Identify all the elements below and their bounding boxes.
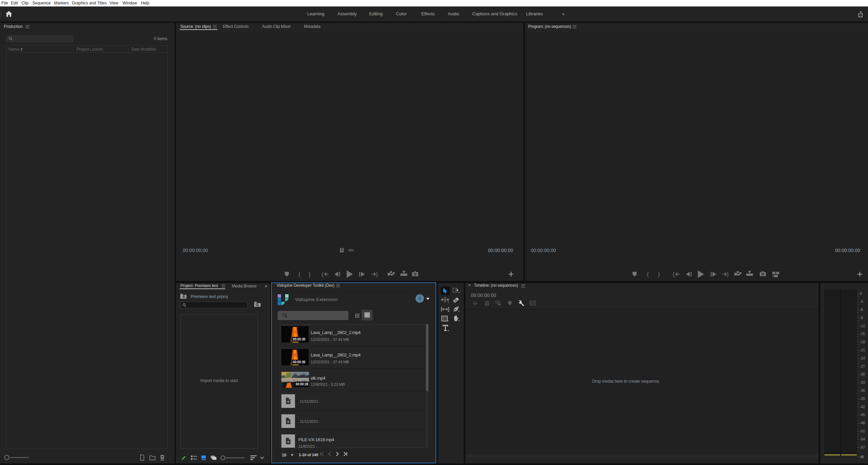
svg-text:-15: -15: [860, 332, 865, 336]
svg-text:{: {: [673, 271, 675, 278]
svg-text:-51: -51: [860, 429, 865, 433]
svg-text:-6: -6: [860, 308, 863, 312]
svg-text:-3: -3: [860, 299, 863, 303]
svg-text:{: {: [647, 271, 649, 278]
svg-text:00:00:30: 00:00:30: [293, 360, 306, 364]
svg-text:{: {: [298, 271, 300, 278]
svg-text:-21: -21: [860, 348, 865, 352]
svg-text:0: 0: [860, 292, 862, 296]
svg-text:-57: -57: [860, 445, 865, 449]
svg-text:-48: -48: [860, 421, 865, 425]
svg-text:-12: -12: [860, 324, 865, 328]
svg-text:-54: -54: [860, 437, 865, 441]
svg-text:}: }: [658, 271, 660, 278]
svg-text:-39: -39: [860, 397, 865, 401]
svg-text:}: }: [309, 271, 311, 278]
svg-text:-18: -18: [860, 340, 865, 344]
svg-text:dB: dB: [860, 455, 864, 459]
svg-text:00:00:30: 00:00:30: [293, 337, 306, 341]
svg-text:-36: -36: [860, 388, 865, 393]
svg-text:00:00:28: 00:00:28: [296, 382, 308, 386]
svg-text:{: {: [322, 271, 324, 278]
svg-text:-45: -45: [860, 413, 865, 417]
svg-text:}: }: [727, 271, 729, 278]
svg-text:-24: -24: [860, 356, 865, 360]
svg-text:-9: -9: [860, 316, 863, 320]
svg-text:-42: -42: [860, 405, 865, 409]
svg-text:-30: -30: [860, 372, 865, 376]
svg-text:-27: -27: [860, 364, 865, 368]
svg-text:-33: -33: [860, 380, 865, 384]
svg-text:}: }: [376, 271, 378, 278]
